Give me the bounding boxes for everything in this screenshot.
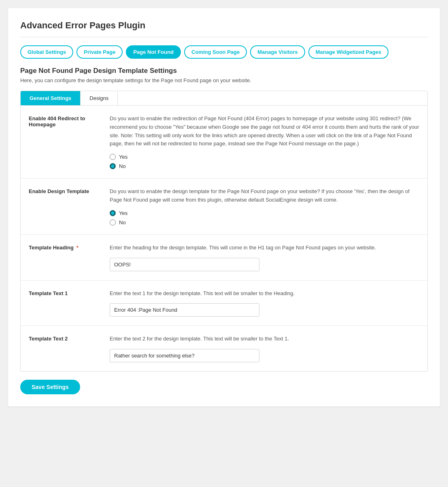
settings-row-template-heading: Template Heading *Enter the heading for …: [21, 235, 427, 281]
radio-label-enable-design-template-no: No: [119, 219, 126, 225]
row-content-template-text-2: Enter the text 2 for the design template…: [110, 335, 419, 362]
page-title: Advanced Error Pages Plugin: [20, 20, 428, 37]
row-label-template-heading: Template Heading *: [29, 244, 110, 271]
section-desc: Here, you can configure the design templ…: [20, 77, 428, 83]
row-content-template-text-1: Enter the text 1 for the design template…: [110, 289, 419, 317]
tab-private-page[interactable]: Private Page: [76, 45, 123, 59]
radio-input-enable-design-template-yes[interactable]: [110, 210, 116, 216]
row-label-template-text-2: Template Text 2: [29, 335, 110, 362]
tab-page-not-found[interactable]: Page Not Found: [126, 45, 181, 59]
tab-global-settings[interactable]: Global Settings: [20, 45, 73, 59]
row-desc-enable-design-template: Do you want to enable the design templat…: [110, 187, 419, 204]
row-label-template-text-1: Template Text 1: [29, 289, 110, 317]
settings-row-enable-design-template: Enable Design TemplateDo you want to ena…: [21, 179, 427, 235]
tabs-row: Global SettingsPrivate PagePage Not Foun…: [20, 45, 428, 59]
tab-manage-visitors[interactable]: Manage Visitors: [250, 45, 305, 59]
radio-item-enable-404-redirect-yes[interactable]: Yes: [110, 154, 419, 160]
row-content-enable-design-template: Do you want to enable the design templat…: [110, 187, 419, 225]
row-desc-template-heading: Enter the heading for the design templat…: [110, 244, 419, 252]
text-input-template-heading[interactable]: [110, 258, 259, 271]
page-wrapper: Advanced Error Pages Plugin Global Setti…: [8, 8, 440, 406]
radio-group-enable-404-redirect: YesNo: [110, 154, 419, 169]
radio-input-enable-404-redirect-yes[interactable]: [110, 154, 116, 160]
radio-group-enable-design-template: YesNo: [110, 210, 419, 225]
settings-row-template-text-2: Template Text 2Enter the text 2 for the …: [21, 326, 427, 371]
row-desc-template-text-2: Enter the text 2 for the design template…: [110, 335, 419, 343]
sub-tab-general-settings[interactable]: General Settings: [21, 91, 81, 105]
required-indicator: *: [75, 245, 79, 251]
radio-input-enable-404-redirect-no[interactable]: [110, 163, 116, 169]
row-content-enable-404-redirect: Do you want to enable the redirection of…: [110, 115, 419, 169]
settings-row-template-text-1: Template Text 1Enter the text 1 for the …: [21, 281, 427, 326]
sub-tab-designs[interactable]: Designs: [81, 91, 118, 105]
tab-coming-soon-page[interactable]: Coming Soon Page: [184, 45, 247, 59]
content-box: Enable 404 Redirect to HomepageDo you wa…: [20, 106, 428, 372]
radio-label-enable-404-redirect-no: No: [119, 163, 126, 169]
radio-input-enable-design-template-no[interactable]: [110, 219, 116, 225]
sub-tabs: General SettingsDesigns: [20, 91, 428, 106]
row-content-template-heading: Enter the heading for the design templat…: [110, 244, 419, 271]
radio-item-enable-404-redirect-no[interactable]: No: [110, 163, 419, 169]
save-settings-button[interactable]: Save Settings: [20, 380, 80, 394]
radio-item-enable-design-template-yes[interactable]: Yes: [110, 210, 419, 216]
row-label-enable-design-template: Enable Design Template: [29, 187, 110, 225]
row-desc-enable-404-redirect: Do you want to enable the redirection of…: [110, 115, 419, 148]
settings-rows: Enable 404 Redirect to HomepageDo you wa…: [21, 106, 427, 371]
radio-label-enable-design-template-yes: Yes: [119, 210, 127, 216]
radio-label-enable-404-redirect-yes: Yes: [119, 154, 127, 160]
radio-item-enable-design-template-no[interactable]: No: [110, 219, 419, 225]
row-label-enable-404-redirect: Enable 404 Redirect to Homepage: [29, 115, 110, 169]
tab-manage-widgetized-pages[interactable]: Manage Widgetized Pages: [308, 45, 389, 59]
row-desc-template-text-1: Enter the text 1 for the design template…: [110, 289, 419, 298]
settings-row-enable-404-redirect: Enable 404 Redirect to HomepageDo you wa…: [21, 106, 427, 179]
section-title: Page Not Found Page Design Template Sett…: [20, 67, 428, 75]
text-input-template-text-2[interactable]: [110, 349, 259, 362]
text-input-template-text-1[interactable]: [110, 303, 259, 317]
